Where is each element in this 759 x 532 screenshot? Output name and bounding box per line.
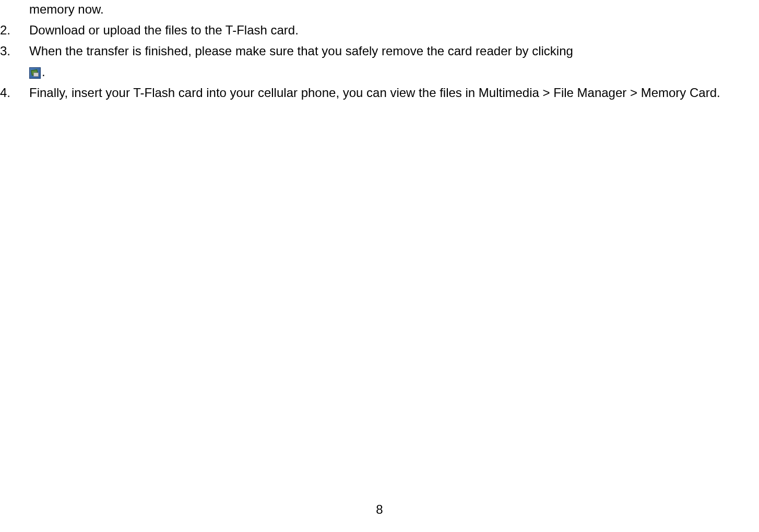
fragment-text: memory now. bbox=[29, 2, 104, 16]
list-item-2: 2. Download or upload the files to the T… bbox=[0, 21, 759, 40]
list-number: 2. bbox=[0, 21, 29, 40]
list-item-4: 4. Finally, insert your T-Flash card int… bbox=[0, 83, 759, 102]
document-content: memory now. 2. Download or upload the fi… bbox=[0, 0, 759, 102]
page-number: 8 bbox=[376, 500, 383, 519]
list-item-3: 3. When the transfer is finished, please… bbox=[0, 42, 759, 61]
list-text: When the transfer is finished, please ma… bbox=[29, 42, 759, 61]
fragment-line: memory now. bbox=[0, 0, 759, 19]
safely-remove-hardware-icon bbox=[29, 67, 41, 79]
icon-trailing-text: . bbox=[42, 65, 45, 79]
list-number: 4. bbox=[0, 83, 29, 102]
list-number: 3. bbox=[0, 42, 29, 61]
icon-line: . bbox=[0, 63, 759, 81]
list-text: Finally, insert your T-Flash card into y… bbox=[29, 83, 759, 102]
list-text: Download or upload the files to the T-Fl… bbox=[29, 21, 759, 40]
